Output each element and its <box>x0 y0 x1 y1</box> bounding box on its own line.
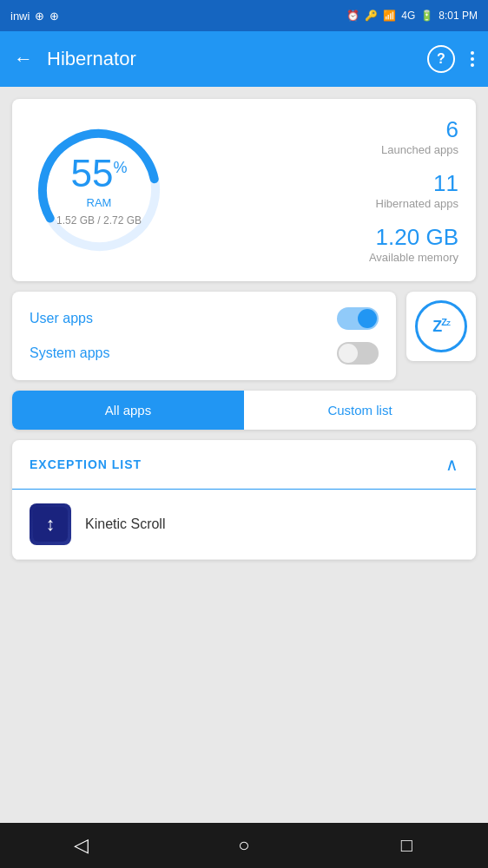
status-bar-left: inwi ⊕ ⊕ <box>10 10 59 23</box>
exception-chevron-icon[interactable]: ∧ <box>445 454 458 475</box>
available-memory-stat: 1.20 GB Available memory <box>369 224 458 264</box>
system-apps-label: System apps <box>30 345 109 361</box>
alarm-icon: ⏰ <box>346 10 359 22</box>
battery-icon: 🔋 <box>420 10 433 22</box>
tab-all-apps[interactable]: All apps <box>12 391 244 430</box>
dot3 <box>471 63 474 67</box>
exception-header: Exception List ∧ <box>12 440 476 490</box>
stats-right: 6 Launched apps 11 Hibernated apps 1.20 … <box>186 116 458 264</box>
system-apps-thumb <box>339 344 358 363</box>
sleep-zzz-icon: ZZZ <box>432 317 450 336</box>
available-memory-value: 1.20 GB <box>369 224 458 251</box>
kinetic-scroll-icon: ↕ <box>30 503 71 545</box>
hibernated-apps-stat: 11 Hibernated apps <box>376 170 458 210</box>
list-item: ↕ Kinetic Scroll <box>12 490 476 560</box>
sleep-circle-icon: ZZZ <box>415 300 467 352</box>
key-icon: 🔑 <box>365 10 378 22</box>
dot1 <box>471 51 474 55</box>
nav-back-button[interactable]: ◁ <box>63 826 101 865</box>
user-apps-thumb <box>358 309 377 328</box>
exception-title: Exception List <box>30 457 142 471</box>
kinetic-scroll-name: Kinetic Scroll <box>85 516 165 532</box>
carrier-label: inwi <box>10 10 30 23</box>
ram-memory: 1.52 GB / 2.72 GB <box>56 214 142 227</box>
hibernated-count: 11 <box>376 170 458 197</box>
tab-custom-list[interactable]: Custom list <box>244 391 476 430</box>
help-button[interactable]: ? <box>427 45 455 73</box>
system-apps-toggle-row: System apps <box>30 342 379 365</box>
svg-text:↕: ↕ <box>46 513 56 535</box>
status-bar: inwi ⊕ ⊕ ⏰ 🔑 📶 4G 🔋 8:01 PM <box>0 0 488 31</box>
available-memory-label: Available memory <box>369 251 458 264</box>
hibernated-label: Hibernated apps <box>376 197 458 210</box>
user-apps-label: User apps <box>30 311 93 326</box>
system-apps-toggle[interactable] <box>337 342 379 365</box>
toggle-card: User apps System apps <box>12 292 396 380</box>
launched-label: Launched apps <box>381 143 458 156</box>
dot2 <box>471 57 474 61</box>
user-apps-toggle[interactable] <box>337 307 379 330</box>
kinetic-scroll-app-icon: ↕ <box>33 507 68 542</box>
app-title: Hibernator <box>47 48 427 70</box>
sleep-button[interactable]: ZZZ <box>406 292 476 361</box>
launched-apps-stat: 6 Launched apps <box>381 116 458 156</box>
bottom-nav: ◁ ○ □ <box>0 823 488 868</box>
nav-recent-button[interactable]: □ <box>387 826 425 865</box>
back-button[interactable]: ← <box>14 48 33 70</box>
main-content: 55% RAM 1.52 GB / 2.72 GB 6 Launched app… <box>0 87 488 823</box>
user-apps-toggle-row: User apps <box>30 307 379 330</box>
circle-center: 55% RAM 1.52 GB / 2.72 GB <box>56 155 142 227</box>
launched-count: 6 <box>381 116 458 143</box>
signal-label: 4G <box>401 10 415 22</box>
time-label: 8:01 PM <box>439 10 478 22</box>
usb2-icon: ⊕ <box>49 10 59 23</box>
usb-icon: ⊕ <box>35 10 44 23</box>
app-bar: ← Hibernator ? <box>0 31 488 87</box>
exception-card: Exception List ∧ ↕ Kinetic Scroll <box>12 440 476 560</box>
nav-home-button[interactable]: ○ <box>225 826 263 865</box>
stats-card: 55% RAM 1.52 GB / 2.72 GB 6 Launched app… <box>12 99 476 281</box>
wifi-icon: 📶 <box>383 10 396 22</box>
more-options-button[interactable] <box>471 51 474 67</box>
app-bar-actions: ? <box>427 45 474 73</box>
ram-label: RAM <box>56 196 142 209</box>
toggle-card-row: User apps System apps ZZZ <box>12 292 476 380</box>
tab-bar: All apps Custom list <box>12 391 476 430</box>
ram-circle: 55% RAM 1.52 GB / 2.72 GB <box>30 121 168 260</box>
status-bar-right: ⏰ 🔑 📶 4G 🔋 8:01 PM <box>346 10 478 22</box>
ram-percent: 55% <box>56 155 142 193</box>
